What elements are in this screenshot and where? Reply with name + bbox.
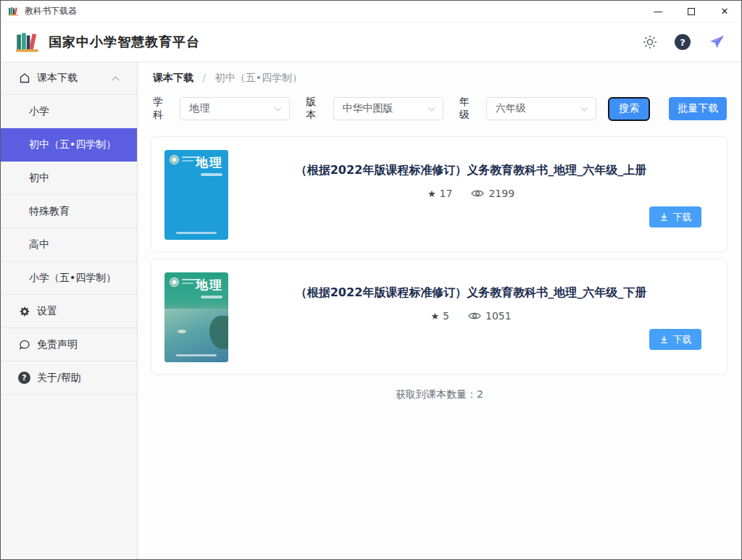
sidebar-item-disclaimer[interactable]: 免责声明 <box>1 328 137 362</box>
book-cover-volume-1: 地理 <box>164 150 228 240</box>
cover-emblem-icon <box>170 277 179 287</box>
eye-icon <box>471 188 484 198</box>
send-plane-icon[interactable] <box>708 33 725 51</box>
book-card: 地理 （根据2022年版课程标准修订）义务教育教科书_地理_六年级_下册 ★ 5 <box>151 259 728 375</box>
star-count: 17 <box>440 188 453 199</box>
sidebar-item-about-help[interactable]: ? 关于/帮助 <box>1 362 137 395</box>
grade-select[interactable]: 六年级 <box>486 97 596 120</box>
view-count: 2199 <box>488 188 514 199</box>
sidebar-item-special-education[interactable]: 特殊教育 <box>1 195 137 228</box>
cover-subject-title: 地理 <box>196 277 223 293</box>
sidebar-root-label: 课本下载 <box>37 72 78 85</box>
minimize-button[interactable]: — <box>641 1 675 22</box>
chevron-down-icon <box>428 104 435 112</box>
titlebar: 教科书下载器 — ✕ <box>1 1 741 22</box>
theme-sun-icon[interactable] <box>643 35 657 49</box>
platform-books-logo-icon <box>15 30 40 54</box>
breadcrumb: 课本下载 / 初中（五•四学制） <box>138 62 741 85</box>
sidebar-item-junior[interactable]: 初中 <box>1 162 137 195</box>
chevron-down-icon <box>581 104 588 112</box>
chevron-down-icon <box>275 104 282 112</box>
book-title: （根据2022年版课程标准修订）义务教育教科书_地理_六年级_下册 <box>296 285 647 301</box>
help-icon[interactable]: ? <box>675 34 691 50</box>
sidebar-item-primary-5-4[interactable]: 小学（五•四学制） <box>1 262 137 295</box>
book-card: 地理 （根据2022年版课程标准修订）义务教育教科书_地理_六年级_上册 ★ 1… <box>151 136 728 252</box>
view-count: 1051 <box>485 310 512 322</box>
maximize-button[interactable] <box>675 1 708 22</box>
result-count-text: 获取到课本数量：2 <box>138 388 741 401</box>
grade-label: 年级 <box>459 96 479 122</box>
download-icon <box>659 212 669 222</box>
chat-bubble-icon <box>18 339 30 351</box>
star-count: 5 <box>443 310 449 322</box>
question-circle-icon: ? <box>18 372 30 384</box>
breadcrumb-root[interactable]: 课本下载 <box>153 72 193 83</box>
star-icon: ★ <box>428 188 436 199</box>
main-content: 课本下载 / 初中（五•四学制） 学科 地理 版本 中华中图版 年级 六年级 <box>138 62 741 559</box>
sidebar-item-junior-5-4[interactable]: 初中（五•四学制） <box>1 128 137 162</box>
edition-label: 版本 <box>306 96 325 122</box>
download-icon <box>659 335 669 344</box>
gear-icon <box>18 306 30 317</box>
breadcrumb-separator: / <box>202 72 206 83</box>
edition-select[interactable]: 中华中图版 <box>333 97 443 120</box>
eye-icon <box>468 311 481 321</box>
maximize-icon <box>688 8 695 15</box>
subject-label: 学科 <box>153 96 172 122</box>
sidebar-item-settings[interactable]: 设置 <box>1 295 137 328</box>
cover-emblem-icon <box>170 155 179 164</box>
sidebar: 课本下载 小学 初中（五•四学制） 初中 特殊教育 高中 小学（五•四学制） <box>1 62 138 559</box>
filter-bar: 学科 地理 版本 中华中图版 年级 六年级 搜索 批量下载 <box>138 85 741 122</box>
star-icon: ★ <box>430 311 439 322</box>
home-icon <box>18 72 30 84</box>
sidebar-item-senior[interactable]: 高中 <box>1 228 137 262</box>
search-button[interactable]: 搜索 <box>608 97 650 121</box>
download-button[interactable]: 下载 <box>649 329 701 350</box>
window-title: 教科书下载器 <box>25 5 77 17</box>
sidebar-item-primary[interactable]: 小学 <box>1 95 137 128</box>
batch-download-button[interactable]: 批量下载 <box>669 97 727 120</box>
sidebar-item-textbook-download[interactable]: 课本下载 <box>1 62 137 95</box>
download-button[interactable]: 下载 <box>649 206 701 227</box>
app-books-icon <box>8 6 19 17</box>
chevron-up-icon <box>112 76 120 83</box>
platform-title: 国家中小学智慧教育平台 <box>49 33 200 51</box>
book-stats: ★ 17 2199 <box>428 188 514 199</box>
close-button[interactable]: ✕ <box>708 1 741 22</box>
subject-select[interactable]: 地理 <box>180 97 290 120</box>
header: 国家中小学智慧教育平台 ? <box>1 22 741 62</box>
book-list: 地理 （根据2022年版课程标准修订）义务教育教科书_地理_六年级_上册 ★ 1… <box>138 122 741 375</box>
app-window: 教科书下载器 — ✕ 国家中小学智慧教育平台 <box>0 0 742 560</box>
book-title: （根据2022年版课程标准修订）义务教育教科书_地理_六年级_上册 <box>296 163 647 178</box>
book-cover-volume-2: 地理 <box>164 272 228 362</box>
cover-subject-title: 地理 <box>196 154 223 171</box>
book-stats: ★ 5 1051 <box>430 310 511 322</box>
breadcrumb-current: 初中（五•四学制） <box>215 72 302 83</box>
